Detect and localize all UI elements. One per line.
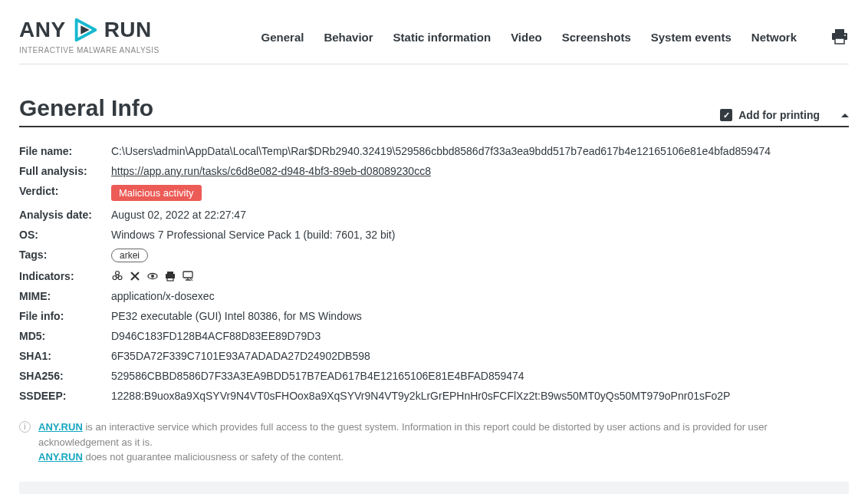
- eye-icon: [146, 270, 159, 282]
- nav-static[interactable]: Static information: [393, 31, 492, 44]
- logo-text-run: RUN: [104, 18, 152, 42]
- logo[interactable]: ANY RUN: [19, 15, 159, 44]
- printer-indicator-icon: [164, 270, 176, 282]
- label-mime: MIME:: [19, 290, 111, 302]
- svg-rect-14: [183, 272, 192, 278]
- disclaimer: i ANY.RUN is an interactive service whic…: [19, 420, 849, 465]
- disclaimer-link-2[interactable]: ANY.RUN: [38, 451, 83, 463]
- logo-subtitle: INTERACTIVE MALWARE ANALYSIS: [19, 46, 159, 54]
- link-full-analysis[interactable]: https://app.any.run/tasks/c6d8e082-d948-…: [111, 165, 431, 177]
- info-icon: i: [19, 421, 31, 433]
- row-os: OS: Windows 7 Professional Service Pack …: [19, 225, 849, 245]
- section-header: General Info ✓ Add for printing: [19, 95, 849, 127]
- biohazard-icon: [111, 270, 123, 282]
- row-sha256: SHA256: 529586CBBD8586D7F33A3EA9BDD517B7…: [19, 366, 849, 386]
- label-file-info: File info:: [19, 310, 111, 322]
- value-os: Windows 7 Professional Service Pack 1 (b…: [111, 229, 395, 241]
- row-mime: MIME: application/x-dosexec: [19, 286, 849, 306]
- svg-rect-0: [835, 29, 844, 33]
- section-title: General Info: [19, 95, 153, 121]
- disclaimer-link-1[interactable]: ANY.RUN: [38, 421, 83, 433]
- network-indicator-icon: [182, 270, 194, 282]
- label-analysis-date: Analysis date:: [19, 209, 111, 221]
- row-indicators: Indicators:: [19, 266, 849, 286]
- print-icon[interactable]: [830, 29, 849, 44]
- value-sha256: 529586CBBD8586D7F33A3EA9BDD517B7EAD617B4…: [111, 370, 524, 382]
- label-ssdeep: SSDEEP:: [19, 390, 111, 402]
- row-verdict: Verdict: Malicious activity: [19, 181, 849, 205]
- disclaimer-line1: is an interactive service which provides…: [38, 421, 768, 448]
- nav-video[interactable]: Video: [511, 31, 542, 44]
- checkbox-checked-icon: ✓: [720, 109, 732, 121]
- software-env-panel[interactable]: Software environment set and analysis op…: [19, 482, 849, 495]
- nav-network[interactable]: Network: [751, 31, 797, 44]
- value-file-info: PE32 executable (GUI) Intel 80386, for M…: [111, 310, 362, 322]
- nav-system-events[interactable]: System events: [651, 31, 732, 44]
- row-tags: Tags: arkei: [19, 245, 849, 266]
- indicators-icons: [111, 270, 194, 282]
- svg-point-8: [118, 276, 122, 280]
- logo-text-any: ANY: [19, 18, 66, 42]
- top-nav: General Behavior Static information Vide…: [261, 29, 849, 44]
- label-md5: MD5:: [19, 330, 111, 342]
- label-sha256: SHA256:: [19, 370, 111, 382]
- row-file-info: File info: PE32 executable (GUI) Intel 8…: [19, 306, 849, 326]
- disclaimer-text: ANY.RUN is an interactive service which …: [38, 420, 849, 465]
- add-print-label: Add for printing: [738, 109, 820, 121]
- value-file-name: C:\Users\admin\AppData\Local\Temp\Rar$DR…: [111, 145, 771, 157]
- verdict-badge: Malicious activity: [111, 185, 202, 201]
- row-full-analysis: Full analysis: https://app.any.run/tasks…: [19, 161, 849, 181]
- label-full-analysis: Full analysis:: [19, 165, 111, 177]
- row-file-name: File name: C:\Users\admin\AppData\Local\…: [19, 141, 849, 161]
- svg-rect-4: [835, 38, 844, 44]
- wrench-cross-icon: [129, 270, 141, 282]
- general-info-table: File name: C:\Users\admin\AppData\Local\…: [19, 141, 849, 406]
- value-analysis-date: August 02, 2022 at 22:27:47: [111, 209, 246, 221]
- svg-point-3: [844, 35, 846, 36]
- row-analysis-date: Analysis date: August 02, 2022 at 22:27:…: [19, 205, 849, 225]
- svg-rect-12: [167, 272, 173, 274]
- page-header: ANY RUN INTERACTIVE MALWARE ANALYSIS Gen…: [19, 15, 849, 64]
- row-ssdeep: SSDEEP: 12288:B9uox8a9XqSYVr9N4VT0sFHOox…: [19, 386, 849, 406]
- nav-screenshots[interactable]: Screenshots: [562, 31, 631, 44]
- nav-behavior[interactable]: Behavior: [324, 31, 373, 44]
- label-tags: Tags:: [19, 249, 111, 262]
- logo-block: ANY RUN INTERACTIVE MALWARE ANALYSIS: [19, 15, 159, 54]
- chevron-up-icon: [841, 114, 849, 117]
- label-verdict: Verdict:: [19, 185, 111, 201]
- row-sha1: SHA1: 6F35DA72F339C7101E93A7ADADA27D2490…: [19, 346, 849, 366]
- value-mime: application/x-dosexec: [111, 290, 215, 302]
- label-sha1: SHA1:: [19, 350, 111, 362]
- add-for-printing-toggle[interactable]: ✓ Add for printing: [720, 109, 849, 121]
- tag-arkei[interactable]: arkei: [111, 249, 148, 262]
- nav-general[interactable]: General: [261, 31, 304, 44]
- value-md5: D946C183FD128B4ACF88D83EE89D79D3: [111, 330, 321, 342]
- label-os: OS:: [19, 229, 111, 241]
- play-triangle-icon: [71, 15, 100, 44]
- label-indicators: Indicators:: [19, 270, 111, 282]
- value-sha1: 6F35DA72F339C7101E93A7ADADA27D24902DB598: [111, 350, 370, 362]
- svg-point-7: [113, 276, 117, 280]
- svg-point-10: [151, 275, 154, 278]
- label-file-name: File name:: [19, 145, 111, 157]
- value-ssdeep: 12288:B9uox8a9XqSYVr9N4VT0sFHOox8a9XqSYV…: [111, 390, 730, 402]
- disclaimer-line2: does not guarantee maliciousness or safe…: [83, 451, 344, 463]
- row-md5: MD5: D946C183FD128B4ACF88D83EE89D79D3: [19, 326, 849, 346]
